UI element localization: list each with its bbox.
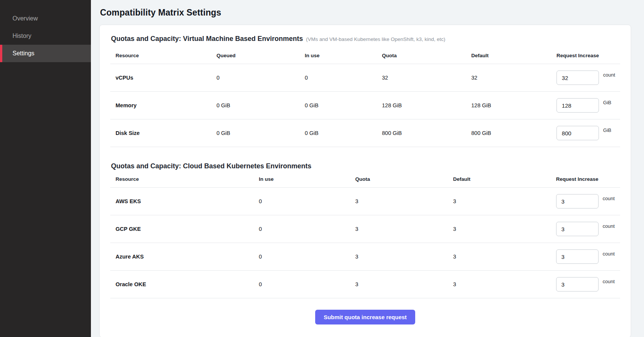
aws-eks-request-input[interactable] — [556, 194, 599, 208]
in-use-value: 0 — [305, 75, 382, 81]
vm-table-header: Resource Queued In use Quota Default Req… — [110, 43, 620, 64]
resource-name: Oracle OKE — [116, 281, 259, 287]
app-window: Overview History Settings Compatibility … — [0, 0, 644, 337]
col-header-queued: Queued — [216, 53, 305, 58]
unit-label: count — [603, 223, 615, 229]
unit-label: count — [603, 279, 615, 284]
table-row-azure-aks: Azure AKS 0 3 3 count — [110, 243, 620, 271]
azure-aks-request-input[interactable] — [556, 249, 599, 264]
submit-quota-increase-button[interactable]: Submit quota increase request — [315, 310, 415, 324]
sidebar-item-label: History — [13, 33, 31, 39]
resource-name: Disk Size — [116, 130, 216, 136]
unit-label: GiB — [603, 100, 611, 105]
quota-value: 3 — [355, 198, 453, 204]
queued-value: 0 — [216, 75, 305, 81]
resource-name: Azure AKS — [116, 254, 259, 260]
sidebar-item-overview[interactable]: Overview — [0, 10, 91, 27]
in-use-value: 0 GiB — [305, 102, 382, 108]
disk-size-request-input[interactable] — [556, 126, 599, 140]
default-value: 3 — [453, 226, 556, 232]
default-value: 128 GiB — [471, 102, 556, 108]
col-header-request-increase: Request Increase — [556, 53, 620, 58]
memory-request-input[interactable] — [556, 98, 599, 113]
col-header-resource: Resource — [116, 176, 259, 182]
unit-label: count — [603, 72, 615, 78]
in-use-value: 0 — [259, 254, 355, 260]
quota-value: 32 — [382, 75, 471, 81]
submit-button-row: Submit quota increase request — [110, 310, 620, 324]
request-increase-cell: count — [556, 194, 620, 208]
page-title: Compatibility Matrix Settings — [100, 8, 631, 18]
sidebar-item-settings[interactable]: Settings — [0, 45, 91, 62]
request-increase-cell: count — [556, 222, 620, 236]
sidebar-item-history[interactable]: History — [0, 27, 91, 45]
vm-section-subtitle: (VMs and VM-based Kubernetes like OpenSh… — [306, 36, 445, 42]
col-header-in-use: In use — [259, 176, 355, 182]
vcpus-request-input[interactable] — [556, 71, 599, 85]
request-increase-cell: GiB — [556, 126, 620, 140]
quota-value: 3 — [355, 254, 453, 260]
col-header-default: Default — [471, 53, 556, 58]
default-value: 800 GiB — [471, 130, 556, 136]
resource-name: AWS EKS — [116, 198, 259, 204]
sidebar: Overview History Settings — [0, 0, 91, 337]
in-use-value: 0 — [259, 198, 355, 204]
resource-name: GCP GKE — [116, 226, 259, 232]
col-header-resource: Resource — [116, 53, 216, 58]
sidebar-item-label: Overview — [13, 15, 38, 22]
unit-label: count — [603, 196, 615, 201]
col-header-default: Default — [453, 176, 556, 182]
default-value: 3 — [453, 254, 556, 260]
queued-value: 0 GiB — [216, 130, 305, 136]
vm-section-header: Quotas and Capacity: Virtual Machine Bas… — [110, 35, 620, 43]
request-increase-cell: count — [556, 71, 620, 85]
default-value: 3 — [453, 198, 556, 204]
default-value: 3 — [453, 281, 556, 287]
in-use-value: 0 — [259, 281, 355, 287]
request-increase-cell: count — [556, 249, 620, 264]
request-increase-cell: GiB — [556, 98, 620, 113]
oracle-oke-request-input[interactable] — [556, 277, 599, 292]
table-row-vcpus: vCPUs 0 0 32 32 count — [110, 64, 620, 92]
cloud-section-header: Quotas and Capacity: Cloud Based Kuberne… — [110, 162, 620, 170]
sidebar-item-label: Settings — [13, 50, 34, 57]
resource-name: Memory — [116, 102, 216, 108]
in-use-value: 0 GiB — [305, 130, 382, 136]
quota-value: 800 GiB — [382, 130, 471, 136]
request-increase-cell: count — [556, 277, 620, 292]
cloud-table-header: Resource In use Quota Default Request In… — [110, 170, 620, 188]
cloud-section-title: Quotas and Capacity: Cloud Based Kuberne… — [111, 162, 311, 170]
quota-value: 3 — [355, 281, 453, 287]
table-row-aws-eks: AWS EKS 0 3 3 count — [110, 188, 620, 215]
quota-value: 3 — [355, 226, 453, 232]
vm-section-title: Quotas and Capacity: Virtual Machine Bas… — [111, 35, 303, 43]
col-header-quota: Quota — [355, 176, 453, 182]
col-header-request-increase: Request Increase — [556, 176, 620, 182]
table-row-memory: Memory 0 GiB 0 GiB 128 GiB 128 GiB GiB — [110, 92, 620, 119]
unit-label: GiB — [603, 127, 611, 133]
col-header-quota: Quota — [382, 53, 471, 58]
col-header-in-use: In use — [305, 53, 382, 58]
quota-settings-card: Quotas and Capacity: Virtual Machine Bas… — [99, 25, 631, 337]
table-row-gcp-gke: GCP GKE 0 3 3 count — [110, 215, 620, 243]
resource-name: vCPUs — [116, 75, 216, 81]
queued-value: 0 GiB — [216, 102, 305, 108]
default-value: 32 — [471, 75, 556, 81]
in-use-value: 0 — [259, 226, 355, 232]
quota-value: 128 GiB — [382, 102, 471, 108]
gcp-gke-request-input[interactable] — [556, 222, 599, 236]
main-content: Compatibility Matrix Settings Quotas and… — [91, 0, 644, 337]
table-row-disk-size: Disk Size 0 GiB 0 GiB 800 GiB 800 GiB Gi… — [110, 119, 620, 147]
unit-label: count — [603, 251, 615, 257]
table-row-oracle-oke: Oracle OKE 0 3 3 count — [110, 271, 620, 298]
